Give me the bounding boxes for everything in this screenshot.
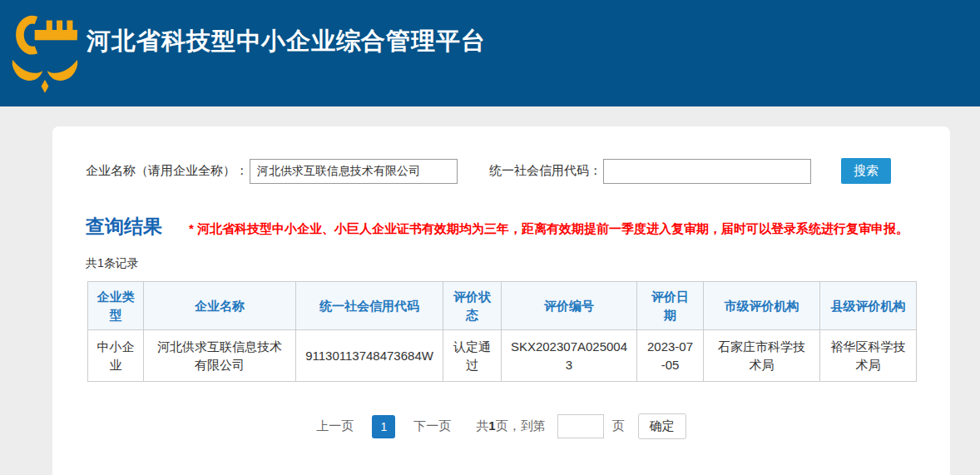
total-pages-text: 共1页，到第 (476, 418, 545, 434)
cell-eval-date: 2023-07-05 (637, 330, 704, 382)
result-header: 查询结果 * 河北省科技型中小企业、小巨人企业证书有效期均为三年，距离有效期提前… (86, 214, 917, 240)
col-enterprise-type: 企业类型 (88, 282, 144, 330)
page-title: 河北省科技型中小企业综合管理平台 (87, 25, 486, 58)
cell-enterprise-type: 中小企业 (88, 330, 144, 382)
total-pages-value: 1 (488, 418, 495, 433)
col-eval-date: 评价日期 (637, 282, 704, 330)
search-form: 企业名称（请用企业全称）： 统一社会信用代码： 搜索 (86, 158, 917, 184)
company-name-input[interactable] (250, 159, 458, 184)
col-eval-number: 评价编号 (502, 282, 637, 330)
credit-code-label: 统一社会信用代码： (489, 163, 601, 179)
total-prefix: 共 (476, 418, 488, 433)
col-credit-code: 统一社会信用代码 (296, 282, 443, 330)
page-unit-label: 页 (612, 418, 625, 434)
cell-county-agency: 裕华区科学技术局 (820, 330, 917, 382)
validity-notice: * 河北省科技型中小企业、小巨人企业证书有效期均为三年，距离有效期提前一季度进入… (189, 221, 908, 237)
site-header: 河北省科技型中小企业综合管理平台 (0, 0, 980, 106)
table-row: 中小企业 河北供求互联信息技术有限公司 91130113748473684W 认… (88, 330, 917, 382)
next-page-button[interactable]: 下一页 (413, 418, 451, 434)
cell-eval-status: 认定通过 (443, 330, 502, 382)
pagination: 上一页 1 下一页 共1页，到第 页 确定 (86, 413, 917, 439)
cell-enterprise-name: 河北供求互联信息技术有限公司 (144, 330, 296, 382)
goto-page-input[interactable] (557, 414, 604, 438)
credit-code-input[interactable] (603, 159, 811, 184)
result-table: 企业类型 企业名称 统一社会信用代码 评价状态 评价编号 评价日期 市级评价机构… (87, 281, 917, 382)
content-card: 企业名称（请用企业全称）： 统一社会信用代码： 搜索 查询结果 * 河北省科技型… (52, 126, 950, 475)
key-over-hands-logo-icon (8, 9, 82, 99)
total-suffix: 页，到第 (496, 418, 546, 433)
col-county-agency: 县级评价机构 (820, 282, 917, 330)
result-title: 查询结果 (86, 214, 162, 240)
col-enterprise-name: 企业名称 (144, 282, 296, 330)
cell-eval-number: SKX202307A0250043 (502, 330, 637, 382)
cell-credit-code: 91130113748473684W (296, 330, 443, 382)
company-name-label: 企业名称（请用企业全称）： (86, 163, 248, 179)
cell-city-agency: 石家庄市科学技术局 (704, 330, 820, 382)
search-button[interactable]: 搜索 (841, 158, 891, 184)
page-1-button[interactable]: 1 (372, 415, 395, 438)
col-city-agency: 市级评价机构 (704, 282, 820, 330)
prev-page-button[interactable]: 上一页 (316, 418, 354, 434)
col-eval-status: 评价状态 (443, 282, 502, 330)
confirm-button[interactable]: 确定 (638, 413, 686, 439)
table-header-row: 企业类型 企业名称 统一社会信用代码 评价状态 评价编号 评价日期 市级评价机构… (88, 282, 917, 330)
record-count: 共1条记录 (86, 256, 917, 271)
